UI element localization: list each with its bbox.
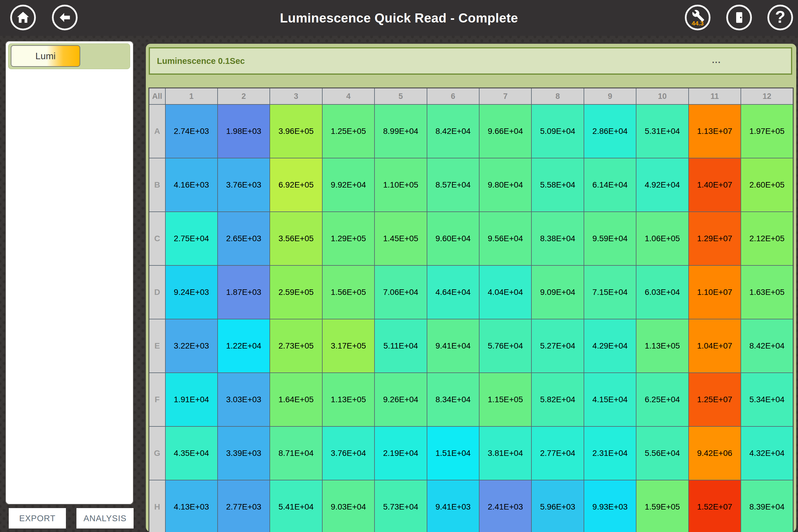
well-D8[interactable]: 9.09E+04 [531,265,584,319]
well-D5[interactable]: 7.06E+04 [375,265,427,319]
home-button[interactable] [10,5,36,30]
well-H1[interactable]: 4.13E+03 [165,480,217,532]
well-E5[interactable]: 5.11E+04 [375,319,427,373]
well-E1[interactable]: 3.22E+03 [165,319,217,373]
well-G4[interactable]: 3.76E+04 [322,426,375,480]
well-H6[interactable]: 9.41E+03 [427,480,479,532]
well-F12[interactable]: 5.34E+04 [741,373,793,426]
well-G3[interactable]: 8.71E+04 [270,426,322,480]
well-G11[interactable]: 9.42E+06 [689,426,741,480]
well-F10[interactable]: 6.25E+04 [636,373,688,426]
well-G7[interactable]: 3.81E+04 [479,426,531,480]
well-C6[interactable]: 9.60E+04 [427,212,479,265]
well-A4[interactable]: 1.25E+05 [322,104,375,158]
well-F6[interactable]: 8.34E+04 [427,373,479,426]
well-A1[interactable]: 2.74E+03 [165,104,217,158]
well-G6[interactable]: 1.51E+04 [427,426,479,480]
well-F3[interactable]: 1.64E+05 [270,373,322,426]
well-G9[interactable]: 2.31E+04 [584,426,636,480]
well-E3[interactable]: 2.73E+05 [270,319,322,373]
well-B2[interactable]: 3.76E+03 [217,158,270,212]
row-header-C[interactable]: C [149,212,165,265]
well-F7[interactable]: 1.15E+05 [479,373,531,426]
well-A2[interactable]: 1.98E+03 [217,104,270,158]
row-header-D[interactable]: D [149,265,165,319]
export-button[interactable]: EXPORT [9,508,66,529]
well-C10[interactable]: 1.06E+05 [636,212,688,265]
well-C2[interactable]: 2.65E+03 [217,212,270,265]
well-G2[interactable]: 3.39E+03 [217,426,270,480]
well-E9[interactable]: 4.29E+04 [584,319,636,373]
well-E12[interactable]: 8.42E+04 [741,319,793,373]
well-G12[interactable]: 4.32E+04 [741,426,793,480]
well-G8[interactable]: 2.77E+04 [531,426,584,480]
well-C4[interactable]: 1.29E+05 [322,212,375,265]
analysis-button[interactable]: ANALYSIS [76,508,134,529]
well-B8[interactable]: 5.58E+04 [531,158,584,212]
well-A5[interactable]: 8.99E+04 [375,104,427,158]
well-B1[interactable]: 4.16E+03 [165,158,217,212]
well-F5[interactable]: 9.26E+04 [375,373,427,426]
well-F2[interactable]: 3.03E+03 [217,373,270,426]
col-header-7[interactable]: 7 [479,88,531,105]
well-D1[interactable]: 9.24E+03 [165,265,217,319]
well-B10[interactable]: 4.92E+04 [636,158,688,212]
well-A3[interactable]: 3.96E+05 [270,104,322,158]
well-G5[interactable]: 2.19E+04 [375,426,427,480]
well-H10[interactable]: 1.59E+05 [636,480,688,532]
col-header-4[interactable]: 4 [322,88,375,105]
well-D9[interactable]: 7.15E+04 [584,265,636,319]
well-F4[interactable]: 1.13E+05 [322,373,375,426]
col-header-8[interactable]: 8 [531,88,584,105]
col-header-3[interactable]: 3 [270,88,322,105]
well-C3[interactable]: 3.56E+05 [270,212,322,265]
plate-header-menu-button[interactable]: ... [712,49,721,72]
well-A6[interactable]: 8.42E+04 [427,104,479,158]
well-F9[interactable]: 4.15E+04 [584,373,636,426]
tab-lumi[interactable]: Lumi [11,45,80,67]
well-H11[interactable]: 1.52E+07 [689,480,741,532]
well-F8[interactable]: 5.82E+04 [531,373,584,426]
well-H2[interactable]: 2.77E+03 [217,480,270,532]
well-A9[interactable]: 2.86E+04 [584,104,636,158]
well-B5[interactable]: 1.10E+05 [375,158,427,212]
well-E6[interactable]: 9.41E+04 [427,319,479,373]
well-H8[interactable]: 5.96E+03 [531,480,584,532]
well-E11[interactable]: 1.04E+07 [689,319,741,373]
well-H12[interactable]: 8.39E+04 [741,480,793,532]
well-C9[interactable]: 9.59E+04 [584,212,636,265]
col-header-1[interactable]: 1 [165,88,217,105]
well-D10[interactable]: 6.03E+04 [636,265,688,319]
well-A11[interactable]: 1.13E+07 [689,104,741,158]
well-H5[interactable]: 5.73E+04 [375,480,427,532]
well-D6[interactable]: 4.64E+04 [427,265,479,319]
col-header-9[interactable]: 9 [584,88,636,105]
help-button[interactable]: ? [767,5,793,30]
well-C12[interactable]: 2.12E+05 [741,212,793,265]
back-button[interactable] [52,5,78,30]
well-B11[interactable]: 1.40E+07 [689,158,741,212]
well-H3[interactable]: 5.41E+04 [270,480,322,532]
well-D4[interactable]: 1.56E+05 [322,265,375,319]
well-H9[interactable]: 9.93E+03 [584,480,636,532]
well-B7[interactable]: 9.80E+04 [479,158,531,212]
well-B9[interactable]: 6.14E+04 [584,158,636,212]
row-header-B[interactable]: B [149,158,165,212]
well-D2[interactable]: 1.87E+03 [217,265,270,319]
well-D12[interactable]: 1.63E+05 [741,265,793,319]
well-A10[interactable]: 5.31E+04 [636,104,688,158]
well-D3[interactable]: 2.59E+05 [270,265,322,319]
well-B6[interactable]: 8.57E+04 [427,158,479,212]
well-C11[interactable]: 1.29E+07 [689,212,741,265]
well-E10[interactable]: 1.13E+05 [636,319,688,373]
well-E2[interactable]: 1.22E+04 [217,319,270,373]
well-A8[interactable]: 5.09E+04 [531,104,584,158]
well-F1[interactable]: 1.91E+04 [165,373,217,426]
well-E8[interactable]: 5.27E+04 [531,319,584,373]
exit-button[interactable] [726,5,752,30]
well-C8[interactable]: 8.38E+04 [531,212,584,265]
well-B12[interactable]: 2.60E+05 [741,158,793,212]
col-header-5[interactable]: 5 [375,88,427,105]
row-header-F[interactable]: F [149,373,165,426]
well-F11[interactable]: 1.25E+07 [689,373,741,426]
